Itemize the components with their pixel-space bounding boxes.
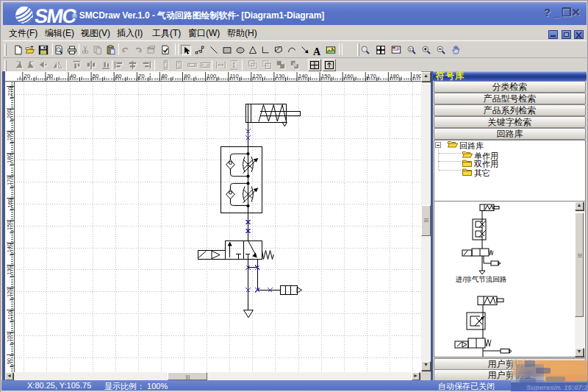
svg-text:120: 120 xyxy=(7,288,13,298)
svg-text:100: 100 xyxy=(7,332,13,342)
svg-text:170: 170 xyxy=(7,177,13,186)
svg-text:SMC: SMC xyxy=(33,4,78,26)
svg-text:140: 140 xyxy=(298,73,308,79)
svg-text:100: 100 xyxy=(207,73,217,79)
svg-text:130: 130 xyxy=(7,266,13,275)
svg-text:120: 120 xyxy=(253,73,262,79)
svg-text:20: 20 xyxy=(24,73,30,79)
svg-text:160: 160 xyxy=(344,73,354,79)
svg-text:30: 30 xyxy=(47,73,53,79)
svg-text:190: 190 xyxy=(413,73,422,79)
svg-text:150: 150 xyxy=(7,221,13,230)
svg-text:110: 110 xyxy=(230,73,239,79)
svg-text:70: 70 xyxy=(138,73,144,79)
svg-text:110: 110 xyxy=(7,311,13,320)
svg-text:200: 200 xyxy=(7,109,13,118)
svg-text:140: 140 xyxy=(7,243,13,253)
svg-text:180: 180 xyxy=(7,154,13,163)
svg-text:60: 60 xyxy=(115,73,121,79)
svg-text:90: 90 xyxy=(184,73,190,79)
svg-text:90: 90 xyxy=(7,358,13,364)
svg-text:进/排气节流回路: 进/排气节流回路 xyxy=(455,275,507,283)
svg-text:40: 40 xyxy=(70,73,76,79)
svg-text:50: 50 xyxy=(93,73,98,79)
svg-text:160: 160 xyxy=(7,199,13,208)
svg-text:180: 180 xyxy=(390,73,399,79)
svg-text:80: 80 xyxy=(161,73,167,79)
svg-text:210: 210 xyxy=(7,87,13,96)
svg-text:190: 190 xyxy=(7,132,13,141)
svg-text:150: 150 xyxy=(321,73,331,79)
svg-text:1:1: 1:1 xyxy=(409,48,414,51)
svg-text:170: 170 xyxy=(367,73,376,79)
svg-text:130: 130 xyxy=(276,73,285,79)
